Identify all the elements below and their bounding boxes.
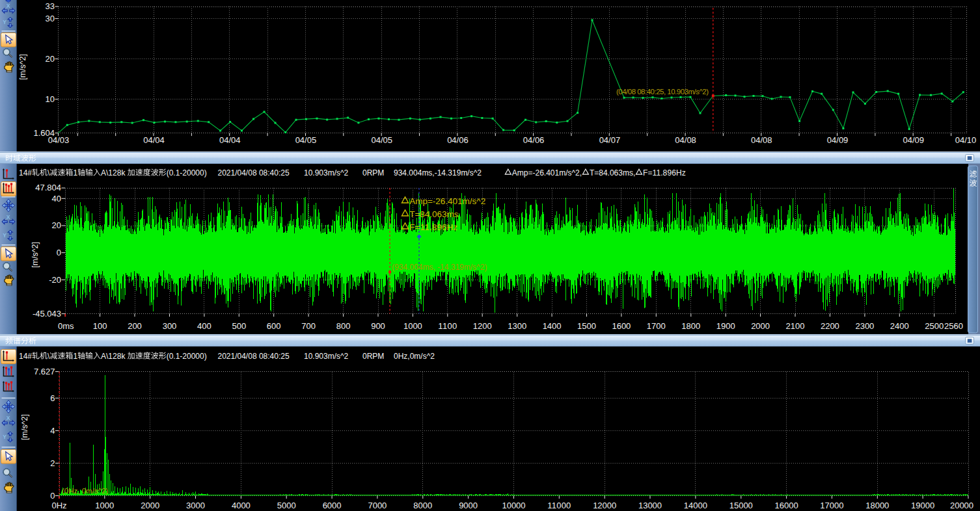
svg-text:X: X (7, 3, 10, 9)
svg-text:14000: 14000 (684, 501, 707, 510)
svg-text:6: 6 (50, 393, 55, 403)
svg-text:13000: 13000 (638, 501, 662, 510)
svg-text:-45.043: -45.043 (33, 309, 61, 319)
svg-text:04/07: 04/07 (599, 135, 621, 145)
svg-text:18000: 18000 (865, 501, 889, 510)
svg-text:0RPM: 0RPM (362, 168, 384, 177)
svg-text:1800: 1800 (681, 321, 700, 331)
svg-text:04/09: 04/09 (827, 135, 849, 145)
svg-text:9000: 9000 (459, 501, 478, 510)
svg-text:11000: 11000 (547, 501, 571, 510)
svg-text:700: 700 (301, 321, 316, 331)
svg-text:5000: 5000 (277, 501, 296, 510)
svg-text:0Hz,0m/s^2: 0Hz,0m/s^2 (394, 352, 435, 361)
svg-text:T=84.063ms,: T=84.063ms, (590, 168, 635, 177)
svg-text:1: 1 (73, 352, 77, 361)
svg-text:F=11.896Hz: F=11.896Hz (409, 222, 457, 232)
svg-text:100: 100 (93, 321, 107, 331)
svg-text:F=11.896Hz: F=11.896Hz (643, 168, 686, 177)
svg-text:(04/08 08:40:25, 10.903m/s^2): (04/08 08:40:25, 10.903m/s^2) (616, 88, 709, 96)
svg-text:04/10: 04/10 (955, 135, 977, 145)
svg-text:04/03: 04/03 (48, 135, 70, 145)
svg-text:0: 0 (50, 491, 55, 501)
svg-text:(934.004ms, -14.319m/s^2): (934.004ms, -14.319m/s^2) (392, 263, 487, 272)
svg-text:6000: 6000 (323, 501, 342, 510)
svg-text:Y: Y (3, 232, 7, 239)
svg-text:X: X (7, 214, 10, 220)
svg-text:0ms: 0ms (58, 321, 74, 331)
svg-text:2200: 2200 (821, 321, 839, 331)
svg-text:[m/s^2]: [m/s^2] (31, 242, 40, 268)
svg-text:A\128k: A\128k (101, 168, 126, 177)
svg-text:4000: 4000 (232, 501, 251, 510)
svg-text:10: 10 (46, 94, 55, 104)
svg-text:Amp=-26.401m/s^2: Amp=-26.401m/s^2 (409, 196, 485, 206)
svg-text:2560: 2560 (944, 321, 963, 331)
svg-text:04/09: 04/09 (903, 135, 925, 145)
svg-text:2000: 2000 (141, 501, 159, 510)
svg-text:14#: 14# (19, 168, 32, 177)
svg-text:-20: -20 (49, 275, 61, 285)
svg-text:1: 1 (73, 168, 77, 177)
svg-text:1100: 1100 (438, 321, 457, 331)
svg-text:500: 500 (232, 321, 246, 331)
svg-text:12000: 12000 (593, 501, 616, 510)
svg-text:2500: 2500 (925, 321, 944, 331)
svg-text:15000: 15000 (729, 501, 753, 510)
svg-text:[m/s^2]: [m/s^2] (20, 414, 29, 440)
svg-text:10.903m/s^2: 10.903m/s^2 (304, 168, 349, 177)
svg-text:1700: 1700 (647, 321, 666, 331)
svg-text:20: 20 (46, 54, 55, 64)
svg-text:1200: 1200 (473, 321, 492, 331)
svg-text:04/06: 04/06 (447, 135, 469, 145)
svg-text:04/05: 04/05 (371, 135, 392, 145)
svg-text:2021/04/08 08:40:25: 2021/04/08 08:40:25 (218, 352, 290, 361)
svg-text:2100: 2100 (786, 321, 805, 331)
svg-text:X: X (7, 415, 10, 421)
svg-text:2000: 2000 (751, 321, 770, 331)
svg-text:2021/04/08 08:40:25: 2021/04/08 08:40:25 (218, 168, 290, 177)
svg-text:1000: 1000 (403, 321, 422, 331)
svg-text:1900: 1900 (716, 321, 735, 331)
svg-text:3000: 3000 (186, 501, 205, 510)
svg-text:0RPM: 0RPM (362, 352, 384, 361)
svg-text:Amp=-26.401m/s^2,: Amp=-26.401m/s^2, (512, 168, 582, 177)
svg-text:04/04: 04/04 (219, 135, 241, 145)
svg-text:1600: 1600 (612, 321, 631, 331)
svg-text:1500: 1500 (577, 321, 596, 331)
svg-text:14#: 14# (19, 352, 32, 361)
svg-text:16000: 16000 (775, 501, 798, 510)
svg-text:T=84.063ms: T=84.063ms (409, 209, 459, 219)
svg-text:600: 600 (267, 321, 281, 331)
svg-text:1400: 1400 (543, 321, 562, 331)
svg-text:800: 800 (336, 321, 351, 331)
svg-text:33: 33 (46, 1, 55, 11)
svg-text:04/05: 04/05 (295, 135, 317, 145)
svg-text:2300: 2300 (855, 321, 874, 331)
svg-text:(0.1-20000): (0.1-20000) (167, 168, 207, 177)
svg-text:200: 200 (128, 321, 142, 331)
svg-text:0: 0 (57, 248, 61, 257)
svg-text:17000: 17000 (820, 501, 843, 510)
svg-text:04/04: 04/04 (143, 135, 165, 145)
svg-text:934.004ms,-14.319m/s^2: 934.004ms,-14.319m/s^2 (394, 168, 482, 177)
svg-text:(0Hz, 0m/s^2): (0Hz, 0m/s^2) (62, 487, 108, 495)
svg-text:[m/s^2]: [m/s^2] (18, 54, 27, 80)
svg-text:19000: 19000 (911, 501, 934, 510)
svg-text:2400: 2400 (890, 321, 909, 331)
svg-text:20: 20 (52, 220, 62, 230)
svg-text:0Hz: 0Hz (51, 501, 66, 510)
svg-text:2: 2 (50, 458, 55, 468)
svg-text:8000: 8000 (413, 501, 432, 510)
svg-text:30: 30 (46, 14, 55, 23)
svg-text:400: 400 (197, 321, 211, 331)
svg-text:Y: Y (3, 434, 7, 440)
svg-text:7000: 7000 (368, 501, 387, 510)
svg-text:04/06: 04/06 (523, 135, 545, 145)
svg-text:47.804: 47.804 (35, 183, 61, 192)
svg-text:Y: Y (3, 19, 7, 25)
svg-text:20000: 20000 (950, 501, 973, 510)
svg-text:300: 300 (163, 321, 177, 331)
svg-text:1300: 1300 (508, 321, 526, 331)
svg-text:4: 4 (50, 426, 55, 436)
